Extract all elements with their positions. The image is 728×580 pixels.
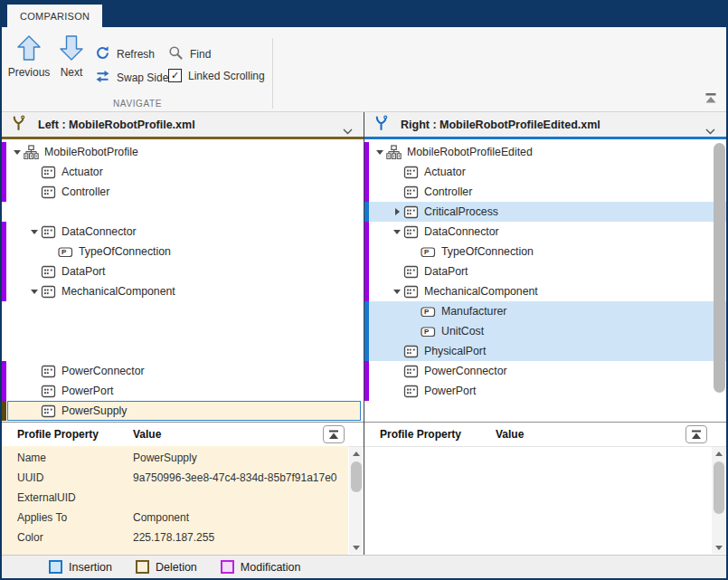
stereotype-icon (403, 185, 419, 200)
scrollbar-thumb[interactable] (714, 143, 725, 393)
find-button[interactable]: Find (168, 45, 211, 63)
property-column-header: Profile Property (2, 428, 133, 441)
comparison-panels: Left : MobileRobotProfile.xml MobileRobo… (2, 112, 726, 555)
tree-row[interactable]: MobileRobotProfileEdited (364, 142, 726, 162)
refresh-icon (95, 45, 110, 63)
expander-spacer (408, 325, 421, 338)
scroll-down-icon[interactable] (349, 541, 363, 554)
tree-row[interactable]: PowerSupply (7, 401, 361, 421)
tree-row[interactable]: DataConnector (2, 222, 364, 242)
tree-item-label: Controller (61, 185, 109, 198)
modification-edge-bar (364, 222, 369, 301)
stereotype-icon (403, 204, 419, 220)
property-icon: P (421, 244, 436, 260)
tree-item-label: TypeOfConnection (79, 245, 171, 258)
tree-row[interactable]: Controller (364, 182, 726, 202)
stereotype-icon (41, 185, 56, 200)
tree-row[interactable]: PowerPort (364, 381, 726, 401)
scroll-up-icon[interactable] (712, 447, 725, 460)
left-file-name: Left : MobileRobotProfile.xml (38, 119, 195, 131)
next-arrow-icon (60, 35, 83, 63)
find-label: Find (190, 48, 211, 61)
collapse-property-pane-button[interactable] (685, 425, 707, 443)
collapse-property-pane-button[interactable] (323, 425, 345, 443)
tree-row[interactable]: PTypeOfConnection (364, 242, 726, 261)
tree-row[interactable]: Controller (2, 182, 364, 202)
tree-item-label: Manufacturer (441, 305, 506, 318)
right-property-header: Profile Property Value (364, 423, 726, 447)
tree-item-label: TypeOfConnection (441, 245, 534, 258)
chevron-down-icon[interactable] (343, 122, 353, 138)
scrollbar-thumb[interactable] (714, 461, 724, 514)
tree-spacer-row (2, 321, 364, 341)
linked-scrolling-toggle[interactable]: ✓ Linked Scrolling (168, 69, 265, 82)
property-name: Name (2, 452, 133, 464)
expander-spacer (391, 166, 403, 178)
stereotype-icon (403, 224, 419, 240)
tree-row[interactable]: DataConnector (364, 222, 726, 242)
tree-row[interactable]: MobileRobotProfile (2, 142, 364, 162)
property-row[interactable]: UUID9a750996-3ee8-47c4-834d-85b7f91a17e0 (2, 468, 348, 488)
scroll-up-icon[interactable] (349, 447, 363, 460)
refresh-button[interactable]: Refresh (95, 45, 155, 63)
tree-row[interactable]: PUnitCost (364, 321, 726, 341)
tab-comparison[interactable]: COMPARISON (7, 5, 102, 27)
scroll-down-icon[interactable] (712, 541, 725, 554)
expander-spacer (408, 245, 421, 258)
left-tree: MobileRobotProfileActuatorControllerData… (2, 139, 364, 422)
modification-edge-bar (2, 142, 6, 202)
tree-spacer-row (2, 301, 364, 321)
previous-label: Previous (8, 66, 51, 79)
legend-label: Modification (241, 561, 301, 574)
tree-row[interactable]: MechanicalComponent (364, 281, 726, 301)
stereotype-icon (403, 384, 419, 399)
tree-row[interactable]: MechanicalComponent (2, 281, 364, 301)
stereotype-icon (41, 364, 56, 379)
tree-row[interactable]: PowerConnector (364, 361, 726, 381)
left-file-selector[interactable]: Left : MobileRobotProfile.xml (2, 112, 364, 139)
checkbox-checked-icon[interactable]: ✓ (168, 69, 182, 82)
modification-edge-bar (2, 222, 6, 301)
property-row[interactable]: Color225.178.187.255 (2, 528, 348, 547)
previous-arrow-icon (17, 35, 41, 63)
expander-icon[interactable] (391, 225, 403, 238)
tree-row[interactable]: PowerConnector (2, 361, 364, 381)
tree-row[interactable]: Actuator (364, 162, 726, 182)
property-icon: P (421, 324, 436, 339)
expander-icon[interactable] (373, 146, 386, 158)
chevron-down-icon[interactable] (705, 122, 715, 138)
tree-row[interactable]: PTypeOfConnection (2, 242, 364, 261)
insertion-swatch (49, 560, 62, 574)
property-value: Component (133, 511, 348, 524)
search-icon (168, 45, 184, 63)
tree-row[interactable]: PManufacturer (364, 301, 726, 321)
tree-row[interactable]: DataPort (364, 261, 726, 281)
tree-row[interactable]: CriticalProcess (364, 202, 726, 222)
tree-item-label: PowerPort (424, 385, 476, 397)
previous-button[interactable]: Previous (5, 35, 52, 79)
right-file-selector[interactable]: Right : MobileRobotProfileEdited.xml (364, 112, 726, 139)
collapse-ribbon-icon[interactable] (704, 91, 717, 108)
scrollbar-thumb[interactable] (351, 461, 362, 492)
tree-row[interactable]: DataPort (2, 261, 364, 281)
right-property-scrollbar[interactable] (712, 447, 725, 554)
expander-icon[interactable] (11, 146, 24, 158)
property-row[interactable]: NamePowerSupply (2, 448, 348, 468)
tree-row[interactable]: PhysicalPort (364, 341, 726, 361)
tree-row[interactable]: PowerPort (2, 381, 364, 401)
tree-scrollbar[interactable] (713, 141, 725, 420)
expander-icon[interactable] (391, 205, 403, 218)
stereotype-icon (41, 284, 56, 300)
expander-spacer (28, 365, 41, 377)
tree-spacer-row (2, 202, 364, 222)
next-button[interactable]: Next (53, 35, 90, 79)
expander-icon[interactable] (28, 285, 41, 298)
swap-sides-button[interactable]: Swap Sides (95, 69, 174, 87)
tree-item-label: MobileRobotProfileEdited (407, 146, 533, 158)
property-row[interactable]: ExternalUID (2, 488, 348, 508)
left-property-scrollbar[interactable] (349, 447, 363, 554)
expander-icon[interactable] (28, 225, 41, 238)
property-row[interactable]: Applies ToComponent (2, 508, 348, 528)
expander-icon[interactable] (391, 285, 403, 298)
tree-row[interactable]: Actuator (2, 162, 364, 182)
